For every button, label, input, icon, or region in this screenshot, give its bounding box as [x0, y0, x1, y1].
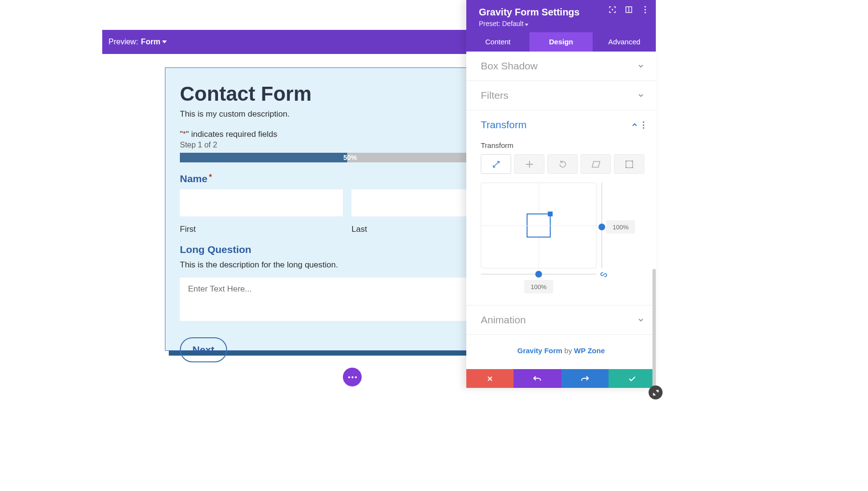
first-name-input[interactable] — [180, 189, 343, 216]
chevron-up-icon — [631, 121, 638, 128]
progress-percent: 50% — [343, 153, 357, 162]
preset-dropdown[interactable]: Preset: Default — [479, 20, 646, 27]
form-title: Contact Form — [180, 82, 515, 106]
link-axes-icon[interactable] — [599, 270, 608, 279]
svg-rect-8 — [632, 160, 633, 162]
tool-scale[interactable] — [481, 154, 511, 174]
settings-panel: Gravity Form Settings Preset: Default Co… — [466, 0, 656, 388]
section-transform[interactable]: Transform — [466, 110, 656, 139]
bottom-action-bar — [466, 369, 656, 388]
horizontal-readout[interactable]: 100% — [524, 280, 553, 293]
panel-icon[interactable] — [625, 6, 633, 13]
transform-sublabel: Transform — [481, 141, 644, 149]
transform-handle[interactable] — [527, 213, 551, 238]
svg-point-0 — [612, 9, 613, 11]
tool-origin[interactable] — [614, 154, 644, 174]
next-button[interactable]: Next — [180, 337, 227, 362]
tool-skew[interactable] — [581, 154, 611, 174]
credit-line: Gravity Form by WP Zone — [466, 335, 656, 369]
save-button[interactable] — [609, 369, 656, 388]
vertical-readout[interactable]: 100% — [606, 220, 635, 234]
progress-fill — [180, 153, 347, 162]
redo-button[interactable] — [561, 369, 609, 388]
scale-corner-icon[interactable] — [548, 212, 553, 216]
kebab-icon[interactable] — [641, 6, 649, 13]
svg-point-4 — [644, 9, 646, 10]
transform-area: 100% 100% — [481, 183, 644, 293]
svg-rect-6 — [626, 161, 633, 168]
first-name-sublabel: First — [180, 225, 343, 234]
section-box-shadow[interactable]: Box Shadow — [466, 52, 656, 81]
focus-icon[interactable] — [609, 6, 616, 13]
expand-fab[interactable] — [649, 385, 663, 399]
tab-content[interactable]: Content — [466, 32, 529, 52]
more-fab[interactable] — [343, 368, 362, 386]
section-animation[interactable]: Animation — [466, 305, 656, 335]
svg-rect-9 — [625, 167, 627, 168]
svg-rect-10 — [632, 167, 633, 168]
section-filters[interactable]: Filters — [466, 81, 656, 110]
settings-header: Gravity Form Settings Preset: Default — [466, 0, 656, 32]
horizontal-slider-thumb[interactable] — [535, 271, 542, 278]
chevron-down-icon — [637, 317, 644, 323]
step-indicator: Step 1 of 2 — [180, 141, 515, 149]
svg-point-5 — [644, 12, 646, 13]
cancel-button[interactable] — [466, 369, 514, 388]
tool-translate[interactable] — [514, 154, 544, 174]
credit-link-wpzone[interactable]: WP Zone — [574, 346, 605, 355]
tab-advanced[interactable]: Advanced — [593, 32, 656, 52]
vertical-slider-thumb[interactable] — [598, 224, 605, 230]
svg-point-3 — [644, 6, 646, 7]
credit-link-gravity[interactable]: Gravity Form — [517, 346, 562, 355]
name-row: First Last — [180, 189, 515, 234]
required-note: "*" indicates required fields — [180, 130, 515, 139]
settings-tabs: Content Design Advanced — [466, 32, 656, 52]
chevron-down-icon — [637, 63, 644, 69]
tool-rotate[interactable] — [547, 154, 578, 174]
scrollbar-thumb[interactable] — [652, 269, 656, 389]
tab-design[interactable]: Design — [529, 32, 593, 52]
long-question-desc: This is the description for the long que… — [180, 260, 515, 270]
preview-dropdown[interactable]: Form — [141, 38, 160, 46]
preview-label: Preview: — [108, 38, 138, 46]
name-label: Name* — [180, 173, 515, 185]
form-description: This is my custom description. — [180, 109, 515, 119]
section-kebab-icon[interactable] — [643, 121, 644, 129]
undo-button[interactable] — [514, 369, 561, 388]
transform-tool-row — [481, 154, 644, 174]
svg-rect-7 — [625, 160, 627, 162]
long-question-label: Long Question — [180, 244, 515, 255]
long-question-textarea[interactable] — [180, 278, 515, 321]
transform-body: Transform — [466, 141, 656, 305]
progress-bar: 50% — [180, 153, 515, 162]
chevron-down-icon — [637, 92, 644, 99]
caret-down-icon[interactable] — [162, 40, 167, 43]
preview-bar: Preview: Form — [102, 30, 466, 54]
transform-grid[interactable] — [481, 183, 597, 268]
